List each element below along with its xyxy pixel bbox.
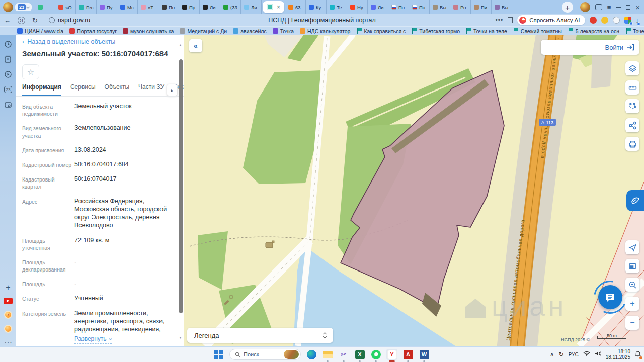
bookmark-item[interactable]: музон слушать ка bbox=[123, 28, 174, 34]
extensions-icon[interactable] bbox=[624, 17, 631, 24]
extension-pin-icon[interactable] bbox=[601, 17, 608, 24]
browser-tab[interactable]: Ли bbox=[368, 0, 388, 14]
ask-alice-button[interactable]: Спросить Алису AI bbox=[517, 15, 585, 25]
tab-counter-button[interactable]: 23 bbox=[15, 3, 32, 11]
more-dots-icon[interactable]: ⋯ bbox=[3, 337, 13, 347]
address-url[interactable]: nspd.gov.ru bbox=[58, 17, 90, 24]
browser-tab[interactable]: По bbox=[409, 0, 430, 14]
acrobat-icon[interactable]: A bbox=[403, 349, 414, 360]
scroll-down-icon[interactable]: ▼ bbox=[179, 336, 182, 339]
bookmark-item[interactable]: авиасейлс bbox=[233, 28, 266, 34]
browser-tab[interactable]: Вы bbox=[430, 0, 450, 14]
file-explorer-icon[interactable] bbox=[322, 349, 333, 360]
bookmark-item[interactable]: ЦИАН / www.cia bbox=[17, 28, 63, 34]
taskbar-search[interactable]: Поиск bbox=[229, 349, 301, 360]
bookmark-item[interactable]: Точечный bbox=[625, 28, 644, 34]
sync-icon[interactable]: ↻ bbox=[559, 351, 564, 358]
bookmark-item[interactable]: Медитаций с Ди bbox=[180, 28, 227, 34]
favorite-star-button[interactable]: ☆ bbox=[22, 64, 39, 79]
zoom-to-area-button[interactable] bbox=[625, 278, 639, 292]
panel-scrollbar[interactable] bbox=[179, 59, 183, 313]
excel-icon[interactable]: X bbox=[354, 349, 365, 360]
locate-button[interactable] bbox=[625, 240, 639, 254]
browser-tab[interactable]: Вы bbox=[492, 0, 512, 14]
feedback-tab-button[interactable] bbox=[626, 190, 644, 211]
panel-tab-Информация[interactable]: Информация bbox=[22, 83, 61, 96]
zoom-out-button[interactable]: − bbox=[625, 316, 639, 330]
active-tab[interactable]: × bbox=[263, 1, 284, 13]
yandex-home-icon[interactable]: Я bbox=[18, 17, 25, 24]
browser-tab[interactable]: Ли bbox=[200, 0, 220, 14]
zoom-in-button[interactable]: + bbox=[625, 297, 639, 311]
tray-expand-icon[interactable]: ∧ bbox=[550, 351, 554, 358]
bookmark-item[interactable]: Свежий томатны bbox=[513, 28, 562, 34]
tabs-23-icon[interactable]: 23 bbox=[3, 84, 13, 95]
yandex-browser-icon[interactable]: Y bbox=[386, 349, 397, 360]
site-info-icon[interactable] bbox=[49, 17, 55, 23]
bookmark-item[interactable]: НДС калькулятор bbox=[300, 28, 350, 34]
menu-icon[interactable]: ≡ bbox=[607, 4, 611, 11]
browser-tab[interactable]: Ро bbox=[450, 0, 471, 14]
browser-tab[interactable]: Ку bbox=[306, 0, 327, 14]
start-button[interactable] bbox=[213, 349, 224, 360]
new-tab-button[interactable]: + bbox=[562, 2, 573, 13]
panel-tab-Части ЗУ[interactable]: Части ЗУ bbox=[138, 83, 164, 96]
whatsapp-icon[interactable] bbox=[370, 349, 381, 360]
browser-tab[interactable]: По bbox=[158, 0, 179, 14]
back-to-selected-link[interactable]: ‹ Назад в выделенные объекты bbox=[22, 38, 115, 45]
scroll-up-icon[interactable]: ▲ bbox=[179, 43, 182, 47]
map-area[interactable]: циан Центральная кольцевая автомобильная… bbox=[184, 35, 644, 346]
extension-adblock-icon[interactable] bbox=[590, 17, 597, 24]
tabs-scroll-right-button[interactable]: ▸ bbox=[167, 84, 177, 96]
browser-tab[interactable]: Ну bbox=[347, 0, 368, 14]
browser-tab[interactable]: Те bbox=[327, 0, 347, 14]
refresh-icon[interactable]: ↻ bbox=[32, 17, 38, 24]
bookmark-item[interactable]: Как справиться с bbox=[356, 28, 406, 34]
bookmark-item[interactable]: 5 лекарств на осн bbox=[568, 28, 619, 34]
map-canvas[interactable]: циан Центральная кольцевая автомобильная… bbox=[184, 35, 644, 346]
bookmark-item[interactable]: Портал госуслуг bbox=[69, 28, 117, 34]
minimize-button[interactable] bbox=[616, 7, 621, 8]
expand-link[interactable]: Развернуть bbox=[74, 335, 112, 344]
browser-tab[interactable]: Пр bbox=[179, 0, 200, 14]
side-panel-icon[interactable] bbox=[595, 4, 602, 10]
browser-tab[interactable]: Ли bbox=[241, 0, 262, 14]
bookmark-item[interactable]: Точки на теле bbox=[466, 28, 507, 34]
layers-button[interactable] bbox=[625, 61, 639, 75]
taskbar-clock[interactable]: 18:10 18.11.2025 bbox=[606, 349, 630, 360]
browser-tab[interactable]: Гес bbox=[76, 0, 97, 14]
browser-tab[interactable] bbox=[35, 0, 55, 14]
measure-ruler-button[interactable] bbox=[625, 80, 639, 95]
music-icon[interactable]: ♪ bbox=[3, 310, 13, 320]
screenshot-icon[interactable] bbox=[3, 100, 13, 110]
select-area-button[interactable] bbox=[625, 99, 639, 113]
assistant-chat-button[interactable] bbox=[598, 285, 622, 309]
overview-map-button[interactable] bbox=[625, 259, 639, 273]
browser-tab[interactable]: «Т bbox=[138, 0, 158, 14]
browser-tab[interactable]: Пи bbox=[471, 0, 492, 14]
print-button[interactable] bbox=[625, 137, 639, 151]
browser-tab[interactable]: (33 bbox=[220, 0, 241, 14]
panel-tab-Сервисы[interactable]: Сервисы bbox=[70, 83, 96, 96]
wifi-icon[interactable] bbox=[583, 351, 590, 358]
add-panel-icon[interactable]: + bbox=[3, 283, 13, 293]
bookmark-item[interactable]: Точка bbox=[273, 28, 294, 34]
back-icon[interactable]: ← bbox=[4, 17, 11, 24]
bookmark-item[interactable]: Тибетская гормо bbox=[412, 28, 460, 34]
legend-bar[interactable]: Легенда bbox=[187, 328, 333, 343]
bookmark-flag-icon[interactable] bbox=[508, 17, 513, 23]
login-bar[interactable]: Войти bbox=[541, 40, 639, 55]
share-button[interactable] bbox=[625, 118, 639, 132]
browser-tab[interactable]: По bbox=[388, 0, 409, 14]
profile-avatar-small[interactable] bbox=[580, 2, 590, 12]
close-tab-icon[interactable]: × bbox=[277, 4, 280, 11]
downloads-icon[interactable]: ↓ bbox=[636, 17, 639, 24]
close-button[interactable]: × bbox=[635, 4, 640, 11]
edge-icon[interactable] bbox=[306, 349, 317, 360]
browser-tab[interactable]: 63 bbox=[285, 0, 306, 14]
alice-sidebar-icon[interactable] bbox=[3, 324, 13, 334]
keyboard-language[interactable]: РУС bbox=[569, 352, 579, 357]
profile-avatar[interactable] bbox=[3, 2, 13, 12]
video-icon[interactable] bbox=[3, 69, 13, 79]
restore-button[interactable] bbox=[626, 5, 630, 10]
